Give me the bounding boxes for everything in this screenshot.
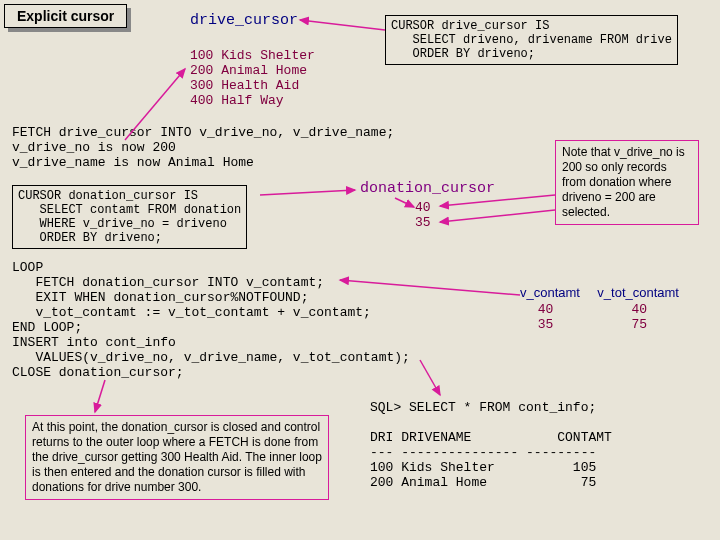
note-box: Note that v_drive_no is 200 so only reco… (555, 140, 699, 225)
explain-box: At this point, the donation_cursor is cl… (25, 415, 329, 500)
title-text: Explicit cursor (17, 8, 114, 24)
drive-cursor-def: CURSOR drive_cursor IS SELECT driveno, d… (385, 15, 678, 65)
contamt-rows: 40 40 35 75 (530, 302, 679, 332)
title-box: Explicit cursor (4, 4, 127, 28)
svg-line-7 (95, 380, 105, 412)
svg-line-0 (300, 20, 385, 30)
svg-line-4 (440, 210, 555, 222)
drive-cursor-rows: 100 Kids Shelter 200 Animal Home 300 Hea… (190, 48, 315, 108)
fetch-block: FETCH drive_cursor INTO v_drive_no, v_dr… (12, 125, 394, 170)
col1-header: v_contamt (520, 285, 580, 300)
col2-header: v_tot_contamt (597, 285, 679, 300)
donation-cursor-def: CURSOR donation_cursor IS SELECT contamt… (12, 185, 247, 249)
contamt-table: v_contamt v_tot_contamt 40 40 35 75 (520, 285, 679, 332)
svg-line-8 (420, 360, 440, 395)
drive-cursor-heading: drive_cursor (190, 12, 298, 29)
loop-block: LOOP FETCH donation_cursor INTO v_contam… (12, 260, 410, 380)
donation-cursor-heading: donation_cursor (360, 180, 495, 197)
svg-line-2 (260, 190, 355, 195)
sql-output: SQL> SELECT * FROM cont_info; DRI DRIVEN… (370, 400, 612, 490)
donation-cursor-vals: 40 35 (415, 200, 431, 230)
svg-line-5 (395, 198, 414, 207)
